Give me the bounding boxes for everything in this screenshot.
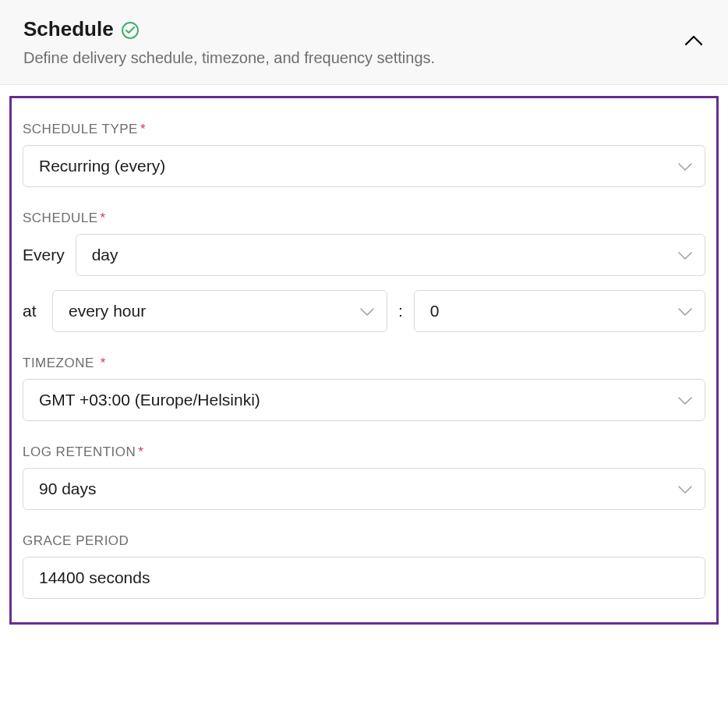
log-retention-value: 90 days — [39, 480, 97, 498]
log-retention-field: LOG RETENTION* 90 days — [23, 444, 705, 510]
required-marker: * — [101, 211, 106, 225]
chevron-down-icon — [678, 157, 692, 175]
chevron-down-icon — [678, 302, 692, 320]
section-title: Schedule — [23, 17, 114, 41]
minute-select[interactable]: 0 — [414, 290, 705, 332]
collapse-toggle[interactable] — [684, 35, 703, 49]
schedule-form: SCHEDULE TYPE* Recurring (every) SCHEDUL… — [9, 96, 719, 625]
schedule-type-field: SCHEDULE TYPE* Recurring (every) — [23, 122, 705, 187]
log-retention-label: LOG RETENTION* — [23, 444, 705, 460]
schedule-type-value: Recurring (every) — [39, 157, 165, 175]
grace-period-label: GRACE PERIOD — [23, 533, 705, 549]
every-prefix: Every — [23, 246, 65, 264]
minute-value: 0 — [430, 302, 440, 320]
required-marker: * — [101, 356, 106, 370]
hour-select[interactable]: every hour — [52, 290, 387, 332]
chevron-down-icon — [678, 246, 692, 264]
chevron-up-icon — [684, 35, 703, 46]
schedule-type-select[interactable]: Recurring (every) — [23, 145, 705, 187]
schedule-field: SCHEDULE* Every day at every hour : 0 — [23, 211, 705, 332]
grace-period-field: GRACE PERIOD — [23, 533, 705, 599]
chevron-down-icon — [678, 391, 692, 409]
schedule-label: SCHEDULE* — [23, 211, 705, 226]
timezone-value: GMT +03:00 (Europe/Helsinki) — [39, 391, 260, 409]
section-header: Schedule Define delivery schedule, timez… — [0, 0, 728, 85]
required-marker: * — [140, 122, 146, 136]
chevron-down-icon — [678, 480, 692, 498]
time-colon: : — [398, 302, 403, 320]
chevron-down-icon — [360, 302, 374, 320]
interval-unit-value: day — [92, 246, 118, 264]
at-prefix: at — [23, 302, 41, 320]
timezone-label: TIMEZONE* — [23, 356, 705, 371]
log-retention-select[interactable]: 90 days — [23, 468, 705, 510]
timezone-select[interactable]: GMT +03:00 (Europe/Helsinki) — [23, 379, 705, 421]
section-subtitle: Define delivery schedule, timezone, and … — [23, 49, 705, 67]
check-circle-icon — [122, 22, 139, 39]
interval-unit-select[interactable]: day — [76, 234, 705, 276]
schedule-type-label: SCHEDULE TYPE* — [23, 122, 705, 137]
hour-value: every hour — [69, 302, 146, 320]
timezone-field: TIMEZONE* GMT +03:00 (Europe/Helsinki) — [23, 356, 705, 421]
grace-period-input[interactable] — [23, 557, 705, 599]
required-marker: * — [138, 444, 143, 459]
